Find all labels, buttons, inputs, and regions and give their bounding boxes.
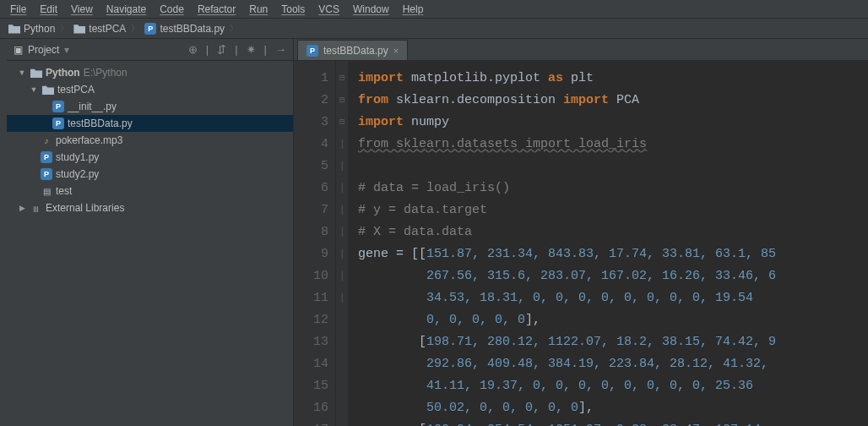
breadcrumb-folder[interactable]: testPCA <box>70 23 129 35</box>
menu-navigate[interactable]: Navigate <box>100 2 153 17</box>
menu-edit[interactable]: Edit <box>33 2 64 17</box>
menu-run[interactable]: Run <box>242 2 274 17</box>
tree-root-label: Python <box>46 67 80 79</box>
python-file-icon: P <box>144 23 156 35</box>
menu-window[interactable]: Window <box>346 2 396 17</box>
tree-label: External Libraries <box>46 202 124 214</box>
python-file-icon: P <box>307 45 318 57</box>
folder-icon <box>73 24 85 34</box>
code-editor[interactable]: 1234567891011121314151617 ⊟ ⊟ ⊟││││││││ … <box>294 61 868 426</box>
divider: | <box>235 43 237 56</box>
editor-area: P testBBData.py × 1234567891011121314151… <box>294 39 868 426</box>
folder-icon <box>30 68 42 78</box>
hide-icon[interactable]: → <box>275 43 286 56</box>
tree-label: __init__.py <box>68 101 117 112</box>
folder-icon <box>42 85 54 95</box>
text-file-icon: ▤ <box>41 185 52 197</box>
tree-root[interactable]: ▼ Python E:\Python <box>7 64 293 81</box>
project-tree: ▼ Python E:\Python ▼ testPCA P __init__.… <box>7 61 293 426</box>
code-content[interactable]: import matplotlib.pyplot as plt from skl… <box>348 61 868 426</box>
chevron-icon: 〉 <box>60 23 68 35</box>
menu-refactor[interactable]: Refactor <box>191 2 242 17</box>
dropdown-arrow-icon[interactable]: ▾ <box>64 44 69 56</box>
tree-label: testBBData.py <box>68 117 133 129</box>
expand-arrow-icon[interactable]: ▶ <box>17 204 27 212</box>
tree-file-test[interactable]: ▤ test <box>7 183 293 199</box>
collapse-all-icon[interactable]: ⇵ <box>217 43 226 56</box>
expand-arrow-icon[interactable]: ▼ <box>29 85 39 94</box>
sidebar-header: ▣ Project ▾ ⊕ | ⇵ | ✷ | → <box>7 39 293 61</box>
editor-tabs: P testBBData.py × <box>294 39 868 61</box>
settings-icon[interactable]: ✷ <box>247 43 256 56</box>
close-tab-icon[interactable]: × <box>393 46 399 56</box>
menu-vcs[interactable]: VCS <box>312 2 346 17</box>
tree-folder-testpca[interactable]: ▼ testPCA <box>7 81 293 98</box>
tree-label: study1.py <box>56 151 99 163</box>
tree-label: testPCA <box>57 84 95 96</box>
tree-file-init[interactable]: P __init__.py <box>7 98 293 115</box>
breadcrumb-root[interactable]: Python <box>5 23 58 35</box>
tree-label: study2.py <box>56 168 99 180</box>
tree-label: pokerface.mp3 <box>56 134 122 146</box>
library-icon: ⫼ <box>30 202 42 214</box>
menubar: FileEditViewNavigateCodeRefactorRunTools… <box>0 0 868 19</box>
menu-view[interactable]: View <box>64 2 100 17</box>
chevron-icon: 〉 <box>131 23 139 35</box>
divider: | <box>264 43 267 56</box>
tree-file-testbbdata[interactable]: P testBBData.py <box>7 115 293 132</box>
python-file-icon: P <box>52 117 64 129</box>
menu-code[interactable]: Code <box>153 2 191 17</box>
tab-testbbdata[interactable]: P testBBData.py × <box>297 40 408 60</box>
tree-file-pokerface[interactable]: ♪ pokerface.mp3 <box>7 132 293 149</box>
line-gutter: 1234567891011121314151617 <box>294 61 336 426</box>
fold-gutter: ⊟ ⊟ ⊟││││││││ <box>336 61 348 426</box>
tree-label: test <box>56 185 72 197</box>
python-file-icon: P <box>41 151 52 163</box>
python-file-icon: P <box>41 168 52 180</box>
breadcrumb-bar: Python 〉 testPCA 〉 P testBBData.py 〉 <box>0 19 868 39</box>
expand-arrow-icon[interactable]: ▼ <box>17 68 27 77</box>
folder-icon <box>8 24 20 34</box>
left-gutter <box>0 39 7 426</box>
audio-file-icon: ♪ <box>41 134 52 146</box>
breadcrumb-file[interactable]: P testBBData.py <box>141 23 228 35</box>
python-file-icon: P <box>52 101 64 112</box>
project-view-icon[interactable]: ▣ <box>14 44 23 56</box>
menu-file[interactable]: File <box>3 2 33 17</box>
tree-file-study2[interactable]: P study2.py <box>7 166 293 183</box>
breadcrumb-root-label: Python <box>24 23 55 35</box>
divider: | <box>206 43 209 56</box>
tree-root-path: E:\Python <box>84 67 127 79</box>
project-label[interactable]: Project <box>28 44 59 56</box>
scroll-from-source-icon[interactable]: ⊕ <box>188 43 198 56</box>
project-sidebar: ▣ Project ▾ ⊕ | ⇵ | ✷ | → ▼ Python E:\Py… <box>7 39 294 426</box>
menu-help[interactable]: Help <box>396 2 431 17</box>
breadcrumb-file-label: testBBData.py <box>160 23 225 35</box>
tab-label: testBBData.py <box>323 45 388 57</box>
breadcrumb-folder-label: testPCA <box>89 23 126 35</box>
chevron-icon: 〉 <box>230 23 238 35</box>
menu-tools[interactable]: Tools <box>274 2 312 17</box>
tree-external-libs[interactable]: ▶ ⫼ External Libraries <box>7 199 293 216</box>
tree-file-study1[interactable]: P study1.py <box>7 149 293 166</box>
